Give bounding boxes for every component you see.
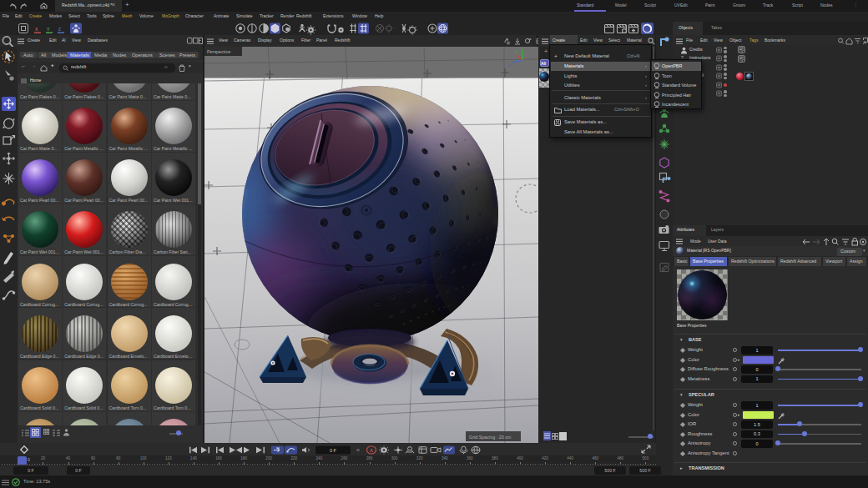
svg-text:0 F: 0 F — [330, 448, 336, 452]
svg-text:Z: Z — [58, 27, 61, 32]
svg-text:Grid Spacing : 20 cm: Grid Spacing : 20 cm — [469, 435, 512, 440]
svg-text:Perspective: Perspective — [207, 49, 230, 54]
svg-text:Y: Y — [47, 27, 50, 32]
svg-text:A: A — [370, 448, 373, 452]
svg-text:X: X — [35, 27, 38, 32]
